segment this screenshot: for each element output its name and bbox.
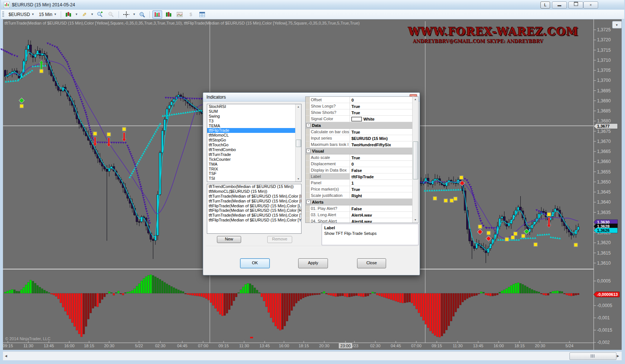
scroll-down-icon[interactable]: ▼ bbox=[296, 176, 301, 182]
property-row[interactable]: Auto scaleTrue bbox=[306, 154, 418, 161]
property-row[interactable]: Display in Data BoxFalse bbox=[306, 167, 418, 173]
indicator-list-item[interactable]: TSI bbox=[207, 176, 301, 181]
instrument-select[interactable]: $EURUSD▼ bbox=[7, 11, 36, 18]
indicator-list-item[interactable]: Swing bbox=[207, 114, 301, 119]
applied-indicator-item[interactable]: tftMomoCL($EURUSD (15 Min)) bbox=[207, 189, 301, 194]
indicator-list-item[interactable]: tftStopGo bbox=[207, 138, 301, 143]
applied-indicator-item[interactable]: tftTrendCombo(Median of $EURUSD (15 Min)… bbox=[207, 184, 301, 189]
property-row[interactable]: 04. Short AlertAlert4.wav bbox=[306, 218, 418, 223]
property-row[interactable]: Show Longs?True bbox=[306, 103, 418, 109]
applied-indicator-item[interactable]: tftFlipTrade(Median of $EURUSD (15 Min),… bbox=[207, 208, 301, 213]
toolbar-grip[interactable] bbox=[2, 12, 4, 17]
indicator-list-item[interactable]: T3 bbox=[207, 119, 301, 124]
indicator-list-item[interactable]: TEMA bbox=[207, 124, 301, 128]
indicator-list-item[interactable]: TSF bbox=[207, 171, 301, 176]
scroll-right-arrow[interactable]: ▶ bbox=[615, 352, 621, 360]
draw-button[interactable]: ✎ bbox=[79, 10, 89, 19]
property-category[interactable]: -Visual bbox=[306, 148, 418, 154]
scroll-up-icon[interactable]: ▲ bbox=[296, 104, 301, 109]
histogram-bar bbox=[104, 293, 105, 297]
property-row[interactable]: Input series$EURUSD (15 Min) bbox=[306, 135, 418, 141]
link-button[interactable]: L bbox=[540, 1, 550, 9]
scrollbar-thumb[interactable] bbox=[296, 140, 301, 147]
apply-button[interactable]: Apply bbox=[298, 258, 328, 268]
time-label: 5/22 bbox=[135, 344, 143, 348]
indicator-list-item[interactable]: TMA bbox=[207, 162, 301, 167]
close-button-dialog[interactable]: Close bbox=[357, 258, 386, 268]
zoom-in-button[interactable] bbox=[95, 10, 105, 19]
zoom-out-button[interactable] bbox=[106, 10, 116, 19]
scroll-up-icon[interactable]: ▲ bbox=[413, 97, 418, 102]
remove-button[interactable]: Remove bbox=[267, 236, 292, 243]
dollar-button[interactable]: $ bbox=[186, 10, 196, 19]
property-row[interactable]: Offset0 bbox=[306, 97, 418, 103]
histogram-bar bbox=[30, 280, 32, 293]
applied-indicator-item[interactable]: tftTurnTrade(Median of $EURUSD (15 Min),… bbox=[207, 213, 301, 218]
scroll-left-arrow[interactable]: ◀ bbox=[3, 352, 9, 360]
ok-button[interactable]: OK bbox=[240, 258, 270, 268]
indicator-list-item[interactable]: TRIX bbox=[207, 167, 301, 172]
bars-button[interactable] bbox=[164, 10, 173, 19]
property-row[interactable]: Signal ColorWhite bbox=[306, 116, 418, 122]
property-row[interactable]: Show Shorts?True bbox=[306, 109, 418, 116]
property-row[interactable]: Price marker(s)True bbox=[306, 186, 418, 192]
signal-square bbox=[487, 231, 490, 235]
property-category[interactable]: -Alerts bbox=[306, 199, 418, 205]
property-row[interactable]: Calculate on bar closTrue bbox=[306, 129, 418, 135]
chart-style-button[interactable] bbox=[64, 10, 73, 19]
indicator-list-item[interactable]: tftTouchGo bbox=[207, 143, 301, 147]
indicator-list-item[interactable]: SUM bbox=[207, 109, 301, 114]
minimize-button[interactable]: ▬ bbox=[552, 1, 567, 9]
indicator-listbox[interactable]: StochRSISUMSwingT3TEMAtftFlipTradetftMom… bbox=[207, 104, 302, 182]
red-axis-mark bbox=[250, 337, 253, 338]
indicator-list-item[interactable]: tftFlipTrade bbox=[207, 128, 301, 133]
region-button[interactable] bbox=[175, 10, 184, 19]
app-window: { "window": { "title": "$EURUSD (15 Min)… bbox=[0, 0, 625, 364]
interval-select[interactable]: 15 Min▼ bbox=[37, 11, 58, 18]
new-button[interactable]: New bbox=[217, 236, 241, 243]
histogram-bar bbox=[189, 293, 191, 295]
property-row[interactable]: 01. Play Alert?False bbox=[306, 205, 418, 212]
scrollbar-thumb[interactable] bbox=[413, 141, 418, 179]
scroll-down-icon[interactable]: ▼ bbox=[413, 217, 418, 223]
applied-indicator-item[interactable]: tftTurnTrade(Median of $EURUSD (15 Min),… bbox=[207, 194, 301, 199]
property-row[interactable]: Displacement0 bbox=[306, 161, 418, 167]
histogram-bar bbox=[71, 293, 73, 323]
grid-button[interactable] bbox=[197, 10, 207, 19]
applied-indicator-item[interactable]: tftFlipTrade(Median of $EURUSD (15 Min),… bbox=[207, 204, 301, 208]
property-row[interactable]: Maximum bars look lTwoHundredFiftySix bbox=[306, 141, 418, 148]
indicator-list-item[interactable]: tftMomoCL bbox=[207, 133, 301, 138]
chevron-down-icon[interactable]: ▼ bbox=[133, 13, 136, 16]
histogram-bar bbox=[81, 293, 82, 337]
maximize-button[interactable] bbox=[568, 1, 583, 9]
close-button[interactable]: × bbox=[583, 1, 598, 9]
indicator-list-scrollbar[interactable]: ▲ ▼ bbox=[295, 104, 301, 182]
property-row[interactable]: Scale justificationRight bbox=[306, 192, 418, 199]
panel-button[interactable] bbox=[152, 10, 162, 19]
property-category[interactable]: -Data bbox=[306, 122, 418, 129]
crosshair-button[interactable] bbox=[121, 10, 131, 19]
chevron-down-icon[interactable]: ▼ bbox=[91, 13, 94, 16]
histogram-bar bbox=[136, 286, 138, 293]
histogram-bar bbox=[402, 293, 404, 303]
applied-indicator-item[interactable]: tftTurnTrade(Median of $EURUSD (15 Min),… bbox=[207, 199, 301, 204]
applied-indicators-listbox[interactable]: tftTrendCombo(Median of $EURUSD (15 Min)… bbox=[207, 184, 302, 234]
applied-indicator-item[interactable]: tftFlipTrade(Median of $EURUSD (15 Min),… bbox=[207, 218, 301, 223]
histogram-bar bbox=[228, 293, 230, 310]
indicator-list-item[interactable]: tftTrendCombo bbox=[207, 147, 301, 152]
property-grid[interactable]: Offset0Show Longs?TrueShow Shorts?TrueSi… bbox=[305, 96, 419, 223]
property-row[interactable]: 03. Long AlertAlert4.wav bbox=[306, 212, 418, 218]
property-row[interactable]: LabeltftFlipTrade bbox=[306, 173, 418, 180]
indicator-list-item[interactable]: tftTurnTrade bbox=[207, 152, 301, 157]
property-grid-scrollbar[interactable]: ▲ ▼ bbox=[412, 97, 418, 223]
horizontal-scrollbar[interactable]: ◀ ▶ bbox=[3, 351, 622, 360]
scrollbar-thumb[interactable] bbox=[569, 352, 616, 360]
indicator-list-item[interactable]: TickCounter bbox=[207, 157, 301, 162]
histogram-bar bbox=[386, 293, 388, 298]
indicator-list-item[interactable]: StochRSI bbox=[207, 104, 301, 109]
property-row[interactable]: Panel1 bbox=[306, 180, 418, 186]
histogram-bar bbox=[533, 290, 535, 293]
chevron-down-icon[interactable]: ▼ bbox=[615, 23, 618, 27]
chevron-down-icon[interactable]: ▼ bbox=[75, 13, 78, 16]
data-box-button[interactable] bbox=[137, 10, 147, 19]
